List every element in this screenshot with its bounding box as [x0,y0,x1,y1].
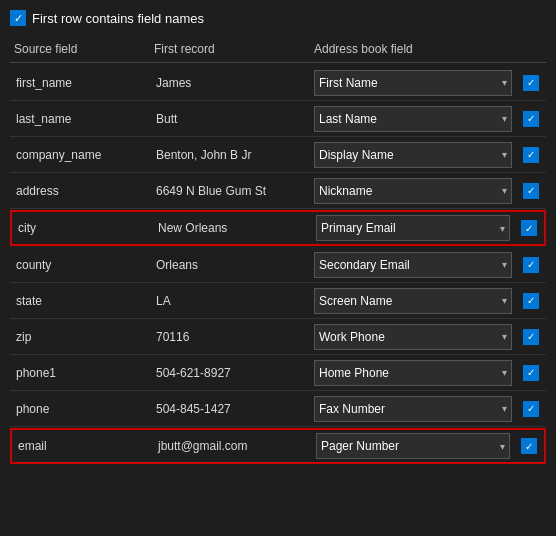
chevron-down-icon: ▾ [502,185,507,196]
first-record-cell: James [150,72,310,94]
first-record-cell: 504-845-1427 [150,398,310,420]
address-book-dropdown-cell: Home Phone▾ [310,357,516,389]
checkbox-check-icon: ✓ [14,13,23,24]
dropdown-selected-value: Primary Email [321,221,396,235]
table-row: phone504-845-1427Fax Number▾✓ [10,391,546,427]
table-row: countyOrleansSecondary Email▾✓ [10,247,546,283]
row-include-checkbox[interactable]: ✓ [523,75,539,91]
table-row: zip70116Work Phone▾✓ [10,319,546,355]
row-checkbox-check-icon: ✓ [527,295,535,306]
address-book-dropdown-cell: Screen Name▾ [310,285,516,317]
col-address-book-header: Address book field [310,40,516,58]
address-book-dropdown-cell: Last Name▾ [310,103,516,135]
address-book-dropdown[interactable]: Pager Number▾ [316,433,510,459]
row-include-checkbox[interactable]: ✓ [523,111,539,127]
dropdown-selected-value: Secondary Email [319,258,410,272]
source-field-cell: last_name [10,108,150,130]
row-checkbox-check-icon: ✓ [527,331,535,342]
source-field-cell: county [10,254,150,276]
address-book-dropdown-cell: Work Phone▾ [310,321,516,353]
address-book-dropdown-cell: Fax Number▾ [310,393,516,425]
table-row: first_nameJamesFirst Name▾✓ [10,65,546,101]
first-record-cell: 70116 [150,326,310,348]
row-checkbox-check-icon: ✓ [527,367,535,378]
row-checkbox-cell: ✓ [516,75,546,91]
source-field-cell: phone [10,398,150,420]
row-checkbox-check-icon: ✓ [525,223,533,234]
address-book-dropdown[interactable]: Home Phone▾ [314,360,512,386]
dropdown-selected-value: Home Phone [319,366,389,380]
dropdown-selected-value: Screen Name [319,294,392,308]
row-include-checkbox[interactable]: ✓ [523,257,539,273]
first-record-cell: New Orleans [152,217,312,239]
row-checkbox-cell: ✓ [516,293,546,309]
address-book-dropdown[interactable]: Display Name▾ [314,142,512,168]
chevron-down-icon: ▾ [500,441,505,452]
chevron-down-icon: ▾ [502,367,507,378]
dropdown-selected-value: Display Name [319,148,394,162]
row-include-checkbox[interactable]: ✓ [523,183,539,199]
table-row: phone1504-621-8927Home Phone▾✓ [10,355,546,391]
source-field-cell: company_name [10,144,150,166]
address-book-dropdown[interactable]: Work Phone▾ [314,324,512,350]
row-include-checkbox[interactable]: ✓ [523,365,539,381]
source-field-cell: address [10,180,150,202]
first-record-cell: Benton, John B Jr [150,144,310,166]
row-checkbox-cell: ✓ [516,329,546,345]
address-book-dropdown[interactable]: Screen Name▾ [314,288,512,314]
table-row: cityNew OrleansPrimary Email▾✓ [10,210,546,246]
dropdown-selected-value: Last Name [319,112,377,126]
source-field-cell: email [12,435,152,457]
chevron-down-icon: ▾ [502,113,507,124]
row-checkbox-check-icon: ✓ [527,149,535,160]
address-book-dropdown-cell: First Name▾ [310,67,516,99]
address-book-dropdown-cell: Pager Number▾ [312,430,514,462]
chevron-down-icon: ▾ [502,403,507,414]
address-book-dropdown[interactable]: Secondary Email▾ [314,252,512,278]
source-field-cell: zip [10,326,150,348]
dropdown-selected-value: Fax Number [319,402,385,416]
row-checkbox-cell: ✓ [516,401,546,417]
source-field-cell: first_name [10,72,150,94]
source-field-cell: city [12,217,152,239]
first-record-cell: Orleans [150,254,310,276]
address-book-dropdown[interactable]: First Name▾ [314,70,512,96]
chevron-down-icon: ▾ [502,331,507,342]
address-book-dropdown[interactable]: Nickname▾ [314,178,512,204]
row-checkbox-cell: ✓ [516,183,546,199]
address-book-dropdown-cell: Secondary Email▾ [310,249,516,281]
col-first-record-header: First record [150,40,310,58]
address-book-dropdown[interactable]: Last Name▾ [314,106,512,132]
table-row: emailjbutt@gmail.comPager Number▾✓ [10,428,546,464]
address-book-dropdown-cell: Primary Email▾ [312,212,514,244]
row-checkbox-cell: ✓ [514,220,544,236]
first-record-cell: LA [150,290,310,312]
col-source-header: Source field [10,40,150,58]
row-include-checkbox[interactable]: ✓ [523,147,539,163]
dropdown-selected-value: Pager Number [321,439,399,453]
row-include-checkbox[interactable]: ✓ [523,401,539,417]
row-checkbox-check-icon: ✓ [527,259,535,270]
row-checkbox-cell: ✓ [514,438,544,454]
first-row-checkbox-container[interactable]: ✓ First row contains field names [10,10,204,26]
dropdown-selected-value: Nickname [319,184,372,198]
table-row: last_nameButtLast Name▾✓ [10,101,546,137]
row-include-checkbox[interactable]: ✓ [521,438,537,454]
row-include-checkbox[interactable]: ✓ [521,220,537,236]
row-include-checkbox[interactable]: ✓ [523,329,539,345]
chevron-down-icon: ▾ [502,77,507,88]
source-field-cell: phone1 [10,362,150,384]
address-book-dropdown[interactable]: Fax Number▾ [314,396,512,422]
chevron-down-icon: ▾ [502,259,507,270]
address-book-dropdown[interactable]: Primary Email▾ [316,215,510,241]
dropdown-selected-value: First Name [319,76,378,90]
row-include-checkbox[interactable]: ✓ [523,293,539,309]
main-container: ✓ First row contains field names Source … [0,0,556,475]
address-book-dropdown-cell: Nickname▾ [310,175,516,207]
address-book-dropdown-cell: Display Name▾ [310,139,516,171]
first-row-label: First row contains field names [32,11,204,26]
header-row: ✓ First row contains field names [10,10,546,26]
first-row-checkbox[interactable]: ✓ [10,10,26,26]
row-checkbox-check-icon: ✓ [525,441,533,452]
row-checkbox-check-icon: ✓ [527,113,535,124]
